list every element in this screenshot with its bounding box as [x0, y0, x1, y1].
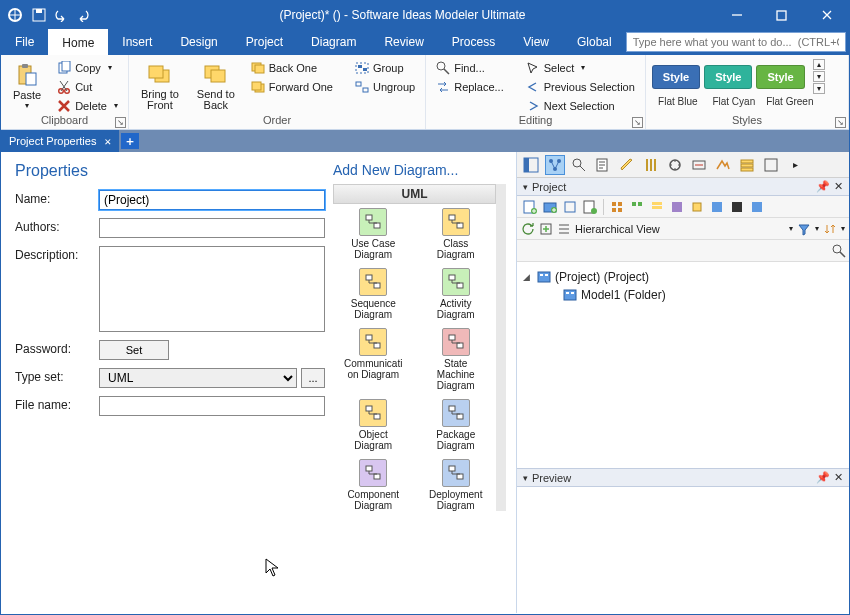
panel-close-icon[interactable]: ✕: [834, 180, 843, 193]
save-icon[interactable]: [31, 7, 47, 23]
menu-view[interactable]: View: [509, 29, 563, 55]
menu-home[interactable]: Home: [48, 29, 108, 55]
sidetool-more-icon[interactable]: ▸: [785, 155, 805, 175]
pt-add-folder-icon[interactable]: [541, 198, 559, 216]
tell-me-search[interactable]: [626, 32, 846, 52]
new-tab-button[interactable]: ＋: [121, 133, 139, 149]
pt-icon-11[interactable]: [728, 198, 746, 216]
cut-button[interactable]: Cut: [53, 78, 122, 95]
filter-icon[interactable]: [797, 222, 811, 236]
pin-icon[interactable]: 📌: [816, 471, 830, 484]
preview-panel-header[interactable]: ▾ Preview 📌 ✕: [517, 469, 849, 487]
maximize-button[interactable]: [759, 1, 804, 29]
bring-to-front-button[interactable]: Bring to Front: [135, 59, 185, 113]
styles-more-icon[interactable]: ▾: [813, 83, 825, 94]
select-button[interactable]: Select▾: [522, 59, 639, 76]
diagram-type-3[interactable]: Activity Diagram: [416, 268, 497, 320]
copy-button[interactable]: Copy▾: [53, 59, 122, 76]
diagram-type-1[interactable]: Class Diagram: [416, 208, 497, 260]
project-search-input[interactable]: [517, 241, 829, 261]
diagram-type-8[interactable]: Component Diagram: [333, 459, 414, 511]
close-button[interactable]: [804, 1, 849, 29]
style-flat-blue[interactable]: Style: [652, 65, 700, 89]
diagram-type-7[interactable]: Package Diagram: [416, 399, 497, 451]
diagram-type-0[interactable]: Use Case Diagram: [333, 208, 414, 260]
filename-input[interactable]: [99, 396, 325, 416]
replace-button[interactable]: Replace...: [432, 78, 508, 95]
pin-icon[interactable]: 📌: [816, 180, 830, 193]
set-password-button[interactable]: Set: [99, 340, 169, 360]
clipboard-launcher[interactable]: ↘: [115, 117, 126, 128]
back-one-button[interactable]: Back One: [247, 59, 337, 76]
forward-one-button[interactable]: Forward One: [247, 78, 337, 95]
menu-global[interactable]: Global: [563, 29, 626, 55]
undo-icon[interactable]: [53, 7, 69, 23]
new-item-icon[interactable]: [539, 222, 553, 236]
pt-add-diagram-icon[interactable]: [521, 198, 539, 216]
tree-child[interactable]: Model1 (Folder): [523, 286, 843, 304]
pt-icon-7[interactable]: [648, 198, 666, 216]
diagram-type-4[interactable]: Communicati on Diagram: [333, 328, 414, 391]
typeset-select[interactable]: UML: [99, 368, 297, 388]
sidetool-10-icon[interactable]: [737, 155, 757, 175]
delete-button[interactable]: Delete▾: [53, 97, 122, 114]
pt-icon-10[interactable]: [708, 198, 726, 216]
description-input[interactable]: [99, 246, 325, 332]
search-icon[interactable]: [829, 244, 849, 258]
pt-icon-4[interactable]: [581, 198, 599, 216]
next-selection-button[interactable]: Next Selection: [522, 97, 639, 114]
menu-file[interactable]: File: [1, 29, 48, 55]
sidetool-9-icon[interactable]: [713, 155, 733, 175]
ungroup-button[interactable]: Ungroup: [351, 78, 419, 95]
tab-project-properties[interactable]: Project Properties ✕: [1, 130, 119, 152]
style-flat-green[interactable]: Style: [756, 65, 804, 89]
name-input[interactable]: [99, 190, 325, 210]
menu-review[interactable]: Review: [370, 29, 437, 55]
pt-icon-6[interactable]: [628, 198, 646, 216]
sidetool-8-icon[interactable]: [689, 155, 709, 175]
menu-design[interactable]: Design: [166, 29, 231, 55]
tab-close-icon[interactable]: ✕: [104, 135, 111, 148]
styles-launcher[interactable]: ↘: [835, 117, 846, 128]
diagram-type-9[interactable]: Deployment Diagram: [416, 459, 497, 511]
prev-selection-button[interactable]: Previous Selection: [522, 78, 639, 95]
style-flat-cyan[interactable]: Style: [704, 65, 752, 89]
redo-icon[interactable]: [75, 7, 91, 23]
sidetool-3-icon[interactable]: [569, 155, 589, 175]
authors-input[interactable]: [99, 218, 325, 238]
tree-root[interactable]: ◢ (Project) (Project): [523, 268, 843, 286]
group-button[interactable]: Group: [351, 59, 419, 76]
styles-down-icon[interactable]: ▾: [813, 71, 825, 82]
sort-icon[interactable]: [823, 222, 837, 236]
minimize-button[interactable]: [714, 1, 759, 29]
editing-launcher[interactable]: ↘: [632, 117, 643, 128]
view-mode-label[interactable]: Hierarchical View: [575, 223, 785, 235]
project-panel-header[interactable]: ▾ Project 📌 ✕: [517, 178, 849, 196]
pt-icon-12[interactable]: [748, 198, 766, 216]
sidetool-2-icon[interactable]: [545, 155, 565, 175]
sidetool-7-icon[interactable]: [665, 155, 685, 175]
find-button[interactable]: Find...: [432, 59, 508, 76]
panel-close-icon[interactable]: ✕: [834, 471, 843, 484]
sidetool-11-icon[interactable]: [761, 155, 781, 175]
menu-project[interactable]: Project: [232, 29, 297, 55]
expander-icon[interactable]: ◢: [523, 272, 533, 282]
styles-up-icon[interactable]: ▴: [813, 59, 825, 70]
pt-icon-5[interactable]: [608, 198, 626, 216]
diagram-scrollbar[interactable]: [496, 184, 506, 511]
menu-diagram[interactable]: Diagram: [297, 29, 370, 55]
paste-button[interactable]: Paste ▾: [7, 59, 47, 112]
sidetool-1-icon[interactable]: [521, 155, 541, 175]
menu-process[interactable]: Process: [438, 29, 509, 55]
project-tree[interactable]: ◢ (Project) (Project) Model1 (Folder): [517, 262, 849, 468]
sidetool-6-icon[interactable]: [641, 155, 661, 175]
diagram-type-5[interactable]: State Machine Diagram: [416, 328, 497, 391]
menu-insert[interactable]: Insert: [108, 29, 166, 55]
sidetool-5-icon[interactable]: [617, 155, 637, 175]
diagram-type-2[interactable]: Sequence Diagram: [333, 268, 414, 320]
list-view-icon[interactable]: [557, 222, 571, 236]
send-to-back-button[interactable]: Send to Back: [191, 59, 241, 113]
refresh-icon[interactable]: [521, 222, 535, 236]
view-dropdown-icon[interactable]: ▾: [789, 224, 793, 233]
pt-icon-8[interactable]: [668, 198, 686, 216]
